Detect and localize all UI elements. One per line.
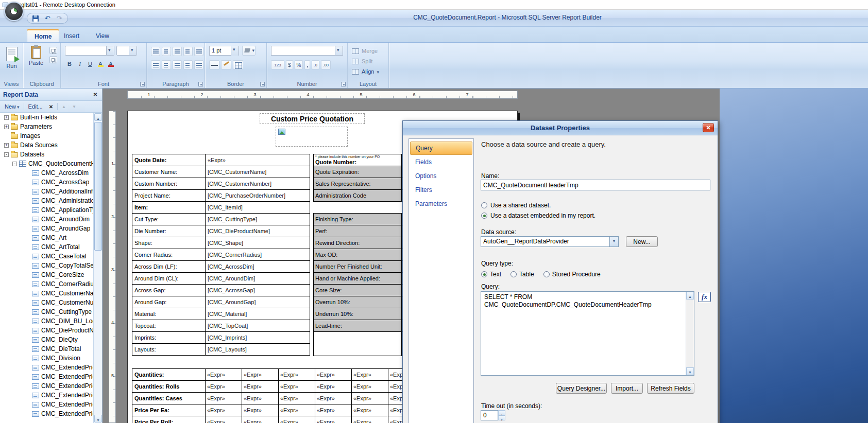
- expr-cell[interactable]: «Expr»: [315, 392, 352, 404]
- expr-cell[interactable]: «Expr»: [351, 404, 388, 416]
- row-value-cell[interactable]: [CMC_AroundGap]: [205, 296, 310, 308]
- row-label-cell[interactable]: Price Per Roll:: [132, 416, 206, 423]
- redo-button[interactable]: [55, 14, 63, 23]
- number-format-combo[interactable]: [271, 46, 343, 56]
- embedded-dataset-radio[interactable]: [481, 213, 487, 219]
- row-label-cell[interactable]: Quantities: Rolls: [132, 380, 206, 393]
- querytype-table-option[interactable]: Table: [510, 271, 534, 278]
- querytype-text-option[interactable]: Text: [481, 271, 501, 278]
- timeout-input[interactable]: [481, 410, 498, 420]
- row-label-cell[interactable]: * please include this number on your PO …: [313, 154, 402, 166]
- dialog-nav-item[interactable]: Fields: [410, 155, 472, 169]
- querytype-sp-option[interactable]: Stored Procedure: [543, 271, 601, 278]
- tree-item[interactable]: Images: [0, 131, 93, 140]
- query-input[interactable]: SELECT * FROM CMC_QuoteDocumentDP.CMC_Qu…: [481, 291, 694, 376]
- row-value-cell[interactable]: «Expr»: [205, 154, 310, 166]
- row-value-cell[interactable]: [CMC_AcrossGap]: [205, 284, 310, 296]
- font-size-combo[interactable]: [116, 46, 137, 56]
- tree-item[interactable]: CMC_CornerRadius: [0, 279, 93, 289]
- bold-button[interactable]: B: [65, 59, 74, 68]
- row-label-cell[interactable]: Quantities: Cases: [132, 392, 206, 404]
- querytype-sp-radio[interactable]: [543, 271, 550, 277]
- align-middle-button[interactable]: [162, 60, 171, 69]
- font-family-combo[interactable]: [65, 46, 114, 56]
- querytype-table-radio[interactable]: [510, 271, 517, 277]
- report-image-placeholder[interactable]: [276, 127, 348, 147]
- tree-item[interactable]: CMC_AroundDim: [0, 215, 93, 224]
- row-label-cell[interactable]: Shape:: [132, 237, 206, 249]
- row-label-cell[interactable]: Around Dim (CL):: [132, 272, 206, 285]
- tree-item[interactable]: CMC_DieProductNa: [0, 326, 93, 335]
- tree-item[interactable]: CMC_Division: [0, 354, 93, 363]
- tree-item[interactable]: CMC_CaseTotal: [0, 252, 93, 261]
- tree-item[interactable]: CMC_CuttingType: [0, 307, 93, 316]
- expr-cell[interactable]: «Expr»: [205, 416, 242, 423]
- increase-decimal-button[interactable]: [321, 60, 331, 69]
- highlight-color-button[interactable]: A: [96, 59, 105, 68]
- new-button[interactable]: New: [3, 103, 22, 110]
- dialog-nav-item[interactable]: Filters: [410, 183, 472, 197]
- tree-item[interactable]: + Built-in Fields: [0, 113, 93, 122]
- expr-cell[interactable]: «Expr»: [242, 416, 279, 423]
- expr-cell[interactable]: «Expr»: [205, 392, 242, 404]
- row-label-cell[interactable]: Lead-time:: [313, 320, 402, 332]
- tree-item[interactable]: CMC_CustomerNam: [0, 289, 93, 298]
- decrease-decimal-button[interactable]: [312, 60, 319, 69]
- border-pen-button[interactable]: [221, 60, 231, 69]
- row-label-cell[interactable]: [313, 331, 402, 356]
- row-label-cell[interactable]: Finishing Type:: [313, 213, 402, 225]
- expr-cell[interactable]: «Expr»: [351, 368, 388, 381]
- row-value-cell[interactable]: [CMC_DieProductName]: [205, 225, 310, 237]
- expr-cell[interactable]: «Expr»: [278, 416, 315, 423]
- expression-button[interactable]: fx: [698, 292, 711, 302]
- tree-item[interactable]: + Data Sources: [0, 140, 93, 150]
- row-label-cell[interactable]: Imprints:: [132, 331, 206, 344]
- row-value-cell[interactable]: [CMC_Shape]: [205, 237, 310, 249]
- border-color-button[interactable]: [242, 46, 256, 56]
- bullet-list-button[interactable]: [183, 60, 193, 69]
- align-menu-button[interactable]: Align: [352, 66, 379, 77]
- spin-up-icon[interactable]: [498, 410, 505, 415]
- number-list-button[interactable]: [194, 60, 203, 69]
- run-button[interactable]: Run: [3, 45, 20, 74]
- row-value-cell[interactable]: [CMC_CustomerName]: [205, 166, 310, 178]
- tree-item[interactable]: CMC_DieQty: [0, 335, 93, 344]
- tree-item[interactable]: CMC_ExtendedPricir: [0, 409, 93, 418]
- dataset-name-input[interactable]: [481, 180, 710, 190]
- move-down-button[interactable]: [70, 104, 78, 110]
- row-label-cell[interactable]: Across Dim (LF):: [132, 260, 206, 273]
- expr-cell[interactable]: «Expr»: [278, 380, 315, 393]
- row-value-cell[interactable]: [CMC_CuttingType]: [205, 213, 310, 225]
- tree-item[interactable]: CMC_ExtendedPricir: [0, 372, 93, 381]
- tree-item[interactable]: CMC_ExtendedPricir: [0, 400, 93, 409]
- tree-item[interactable]: CMC_DieTotal: [0, 344, 93, 354]
- tree-expander-icon[interactable]: +: [4, 125, 9, 129]
- row-label-cell[interactable]: Material:: [132, 308, 206, 320]
- underline-button[interactable]: U: [86, 59, 95, 68]
- scroll-up-icon[interactable]: [94, 113, 102, 121]
- border-style-button[interactable]: [209, 60, 219, 69]
- scroll-down-icon[interactable]: [94, 415, 102, 422]
- shared-dataset-radio[interactable]: [481, 202, 487, 208]
- save-button[interactable]: [31, 14, 40, 23]
- row-label-cell[interactable]: Price Per Ea:: [132, 404, 206, 416]
- tree-expander-icon[interactable]: -: [4, 152, 9, 157]
- border-grid-button[interactable]: [233, 60, 243, 69]
- row-value-cell[interactable]: [CMC_ItemId]: [205, 201, 310, 214]
- import-button[interactable]: Import...: [611, 383, 643, 394]
- align-top-button[interactable]: [151, 60, 160, 69]
- refresh-fields-button[interactable]: Refresh Fields: [647, 383, 694, 394]
- tree-item[interactable]: CMC_ApplicationTyp: [0, 205, 93, 215]
- row-label-cell[interactable]: Quote Date:: [132, 154, 206, 166]
- close-panel-icon[interactable]: [92, 91, 99, 98]
- row-label-cell[interactable]: Layouts:: [132, 343, 206, 356]
- row-label-cell[interactable]: Item:: [132, 201, 206, 214]
- row-label-cell[interactable]: Perf:: [313, 225, 402, 237]
- row-label-cell[interactable]: Corner Radius:: [132, 249, 206, 261]
- dialog-titlebar[interactable]: Dataset Properties: [403, 121, 718, 135]
- row-label-cell[interactable]: Across Gap:: [132, 284, 206, 296]
- tree-expander-icon[interactable]: +: [4, 143, 9, 148]
- row-label-cell[interactable]: Cut Type:: [132, 213, 206, 225]
- tree-item[interactable]: CMC_ArtTotal: [0, 242, 93, 252]
- row-label-cell[interactable]: Core Size:: [313, 284, 402, 296]
